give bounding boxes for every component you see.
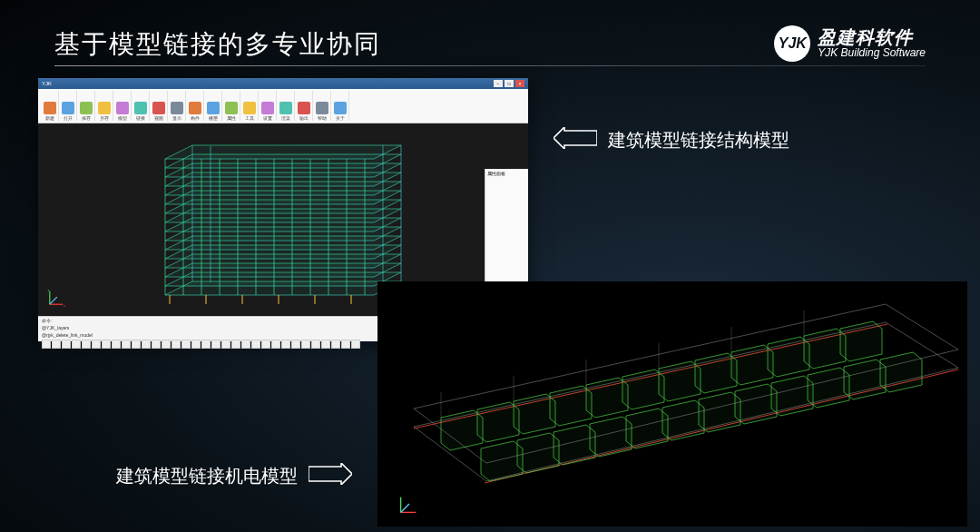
ribbon-button[interactable]: 模型 (114, 91, 132, 121)
status-tool-icon[interactable] (62, 340, 71, 349)
ribbon-button[interactable]: 新建 (42, 91, 59, 121)
ribbon-label: 保存 (82, 115, 91, 121)
status-tool-icon[interactable] (102, 340, 111, 349)
status-tool-icon[interactable] (112, 340, 121, 349)
ribbon-tool-icon (207, 102, 220, 114)
ribbon-tool-icon (98, 102, 111, 114)
status-tool-icon[interactable] (172, 340, 181, 349)
status-tool-icon[interactable] (152, 340, 161, 349)
ribbon-button[interactable]: 打开 (60, 91, 77, 121)
status-tool-icon[interactable] (331, 340, 340, 349)
mep-viewport[interactable] (377, 281, 967, 527)
ribbon-label: 楼层 (209, 115, 218, 121)
ribbon-tool-icon (44, 102, 56, 114)
ribbon-label: 另存 (100, 115, 109, 121)
status-tool-icon[interactable] (341, 340, 350, 349)
ribbon-tool-icon (80, 102, 93, 114)
brand-name-cn: 盈建科软件 (818, 27, 926, 47)
ribbon-tool-icon (334, 102, 347, 114)
page-title: 基于模型链接的多专业协同 (54, 27, 381, 62)
close-button[interactable]: × (515, 80, 524, 87)
ribbon-tool-icon (189, 102, 201, 114)
status-tool-icon[interactable] (301, 340, 310, 349)
ribbon-label: 关于 (336, 115, 345, 121)
ribbon-button[interactable]: 构件 (187, 91, 204, 121)
ribbon-tool-icon (261, 102, 274, 114)
status-tool-icon[interactable] (72, 340, 81, 349)
brand-name-en: YJK Building Software (818, 47, 926, 59)
brand-logo: YJK 盈建科软件 YJK Building Software (774, 25, 926, 62)
status-tool-icon[interactable] (132, 340, 141, 349)
status-tool-icon[interactable] (261, 340, 270, 349)
status-tool-icon[interactable] (181, 340, 191, 349)
ribbon-tool-icon (279, 102, 292, 114)
maximize-button[interactable]: □ (505, 80, 514, 87)
callout-structural: 建筑模型链接结构模型 (554, 127, 789, 153)
status-tool-icon[interactable] (351, 340, 360, 349)
status-tool-icon[interactable] (231, 340, 240, 349)
status-tool-icon[interactable] (241, 340, 250, 349)
ribbon-button[interactable]: 设置 (260, 91, 277, 121)
svg-line-38 (401, 504, 409, 512)
title-underline (54, 65, 926, 66)
status-tool-icon[interactable] (42, 340, 51, 349)
ribbon-button[interactable]: 关于 (332, 91, 349, 121)
ribbon-button[interactable]: 帮助 (314, 91, 331, 121)
status-tool-icon[interactable] (251, 340, 260, 349)
arrow-right-icon (309, 463, 352, 489)
minimize-button[interactable]: − (494, 80, 503, 87)
cad-ribbon: 新建打开保存另存模型链接视图显示构件楼层属性工具设置渲染输出帮助关于 (38, 89, 528, 123)
ribbon-button[interactable]: 输出 (296, 91, 313, 121)
status-tool-icon[interactable] (82, 340, 91, 349)
ribbon-label: 视图 (154, 115, 163, 121)
callout-mep: 建筑模型链接机电模型 (116, 463, 352, 489)
ribbon-label: 构件 (191, 115, 200, 121)
status-tool-icon[interactable] (92, 340, 101, 349)
ribbon-tool-icon (152, 102, 165, 114)
svg-line-25 (50, 297, 57, 304)
status-tool-icon[interactable] (271, 340, 280, 349)
logo-badge: YJK (774, 25, 810, 62)
ribbon-tool-icon (116, 102, 129, 114)
arrow-left-icon (554, 127, 597, 153)
cad-title-text: YJK (42, 81, 52, 86)
ribbon-button[interactable]: 另存 (96, 91, 113, 121)
ribbon-tool-icon (225, 102, 238, 114)
callout-structural-text: 建筑模型链接结构模型 (608, 128, 789, 153)
status-tool-icon[interactable] (162, 340, 171, 349)
status-tool-icon[interactable] (281, 340, 290, 349)
status-tool-icon[interactable] (291, 340, 300, 349)
status-tool-icon[interactable] (142, 340, 151, 349)
status-tool-icon[interactable] (321, 340, 330, 349)
ribbon-tool-icon (62, 102, 74, 114)
status-tool-icon[interactable] (311, 340, 320, 349)
status-tool-icon[interactable] (191, 340, 201, 349)
ribbon-label: 显示 (172, 115, 181, 121)
ribbon-label: 打开 (64, 115, 73, 121)
ribbon-label: 工具 (245, 115, 254, 121)
ribbon-button[interactable]: 保存 (78, 91, 95, 121)
status-tool-icon[interactable] (211, 340, 220, 349)
ribbon-button[interactable]: 工具 (241, 91, 259, 121)
ribbon-button[interactable]: 属性 (223, 91, 240, 121)
ribbon-button[interactable]: 渲染 (278, 91, 295, 121)
status-tool-icon[interactable] (52, 340, 61, 349)
svg-text:x: x (64, 303, 65, 308)
window-controls: − □ × (494, 80, 524, 87)
mep-rooms-render (377, 281, 967, 527)
ribbon-label: 帮助 (318, 115, 327, 121)
ribbon-label: 属性 (227, 115, 236, 121)
ribbon-button[interactable]: 视图 (151, 91, 168, 121)
status-tool-icon[interactable] (122, 340, 131, 349)
ribbon-tool-icon (298, 102, 310, 114)
ribbon-label: 链接 (136, 115, 145, 121)
svg-text:z: z (47, 288, 49, 292)
status-tool-icon[interactable] (201, 340, 211, 349)
ribbon-label: 模型 (118, 115, 127, 121)
status-tool-icon[interactable] (221, 340, 230, 349)
ribbon-label: 新建 (45, 115, 54, 121)
ribbon-button[interactable]: 显示 (169, 91, 186, 121)
ribbon-tool-icon (243, 102, 256, 114)
ribbon-button[interactable]: 链接 (132, 91, 150, 121)
ribbon-button[interactable]: 楼层 (205, 91, 222, 121)
